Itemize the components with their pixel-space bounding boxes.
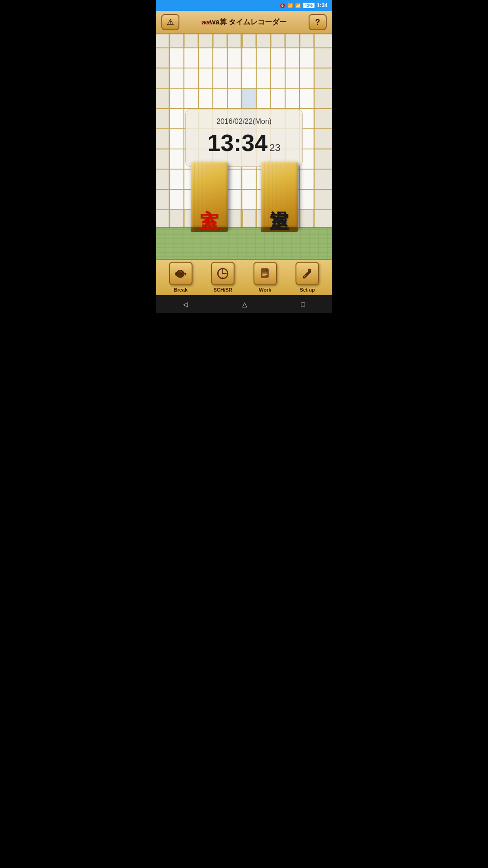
android-nav-bar: ◁ △ □ [156,295,332,313]
clock-hours-minutes: 13:34 [207,129,267,156]
work-icon-box [253,262,277,285]
svg-rect-23 [199,48,212,68]
wifi-icon: 📶 [287,3,293,8]
svg-rect-32 [184,69,198,88]
wrench-icon [301,267,314,280]
svg-rect-28 [271,48,285,68]
nav-break[interactable]: Break [169,262,192,292]
svg-rect-47 [257,89,270,108]
home-button[interactable]: △ [242,301,247,308]
svg-rect-51 [170,109,183,128]
svg-point-147 [308,269,311,272]
wa-logo: wa [202,19,210,26]
svg-rect-36 [242,69,256,88]
svg-rect-48 [271,89,285,108]
tatami-floor [156,227,332,259]
sch-sr-label: SCH/SR [213,287,232,292]
clock-time: 13:34 23 [204,129,284,156]
nav-sch-sr[interactable]: SCH/SR [211,262,235,292]
main-content: 2016/02/22(Mon) 13:34 23 [156,34,332,259]
svg-rect-45 [228,89,241,108]
stamps-area: 入室 退室 [156,162,332,232]
svg-rect-42 [184,89,198,108]
svg-rect-61 [170,129,183,149]
svg-rect-29 [286,48,299,68]
clock-date: 2016/02/22(Mon) [204,118,284,126]
svg-rect-41 [170,89,183,108]
svg-rect-26 [242,48,256,68]
break-icon [174,267,187,280]
svg-point-132 [179,270,181,271]
svg-rect-22 [184,48,198,68]
clock-display: 2016/02/22(Mon) 13:34 23 [185,109,303,167]
app-title: wawa算 タイムレコーダー [202,18,286,27]
nav-work[interactable]: Work [253,262,277,292]
enter-stamp[interactable]: 入室 [191,162,228,232]
battery-icon: 43% [303,3,314,8]
svg-rect-44 [213,89,227,108]
clock-seconds: 23 [269,142,280,154]
svg-rect-33 [199,69,212,88]
sch-sr-icon-box [211,262,235,285]
svg-rect-31 [170,69,183,88]
svg-rect-50 [300,89,314,108]
svg-rect-30 [300,48,314,68]
break-icon-box [169,262,192,285]
svg-rect-35 [228,69,241,88]
svg-rect-38 [271,69,285,88]
tatami-svg [156,227,332,259]
svg-rect-25 [228,48,241,68]
svg-rect-40 [300,69,314,88]
svg-rect-24 [213,48,227,68]
signal-icon: 📶 [295,3,300,8]
bottom-navigation: Break SCH/SR [156,259,332,295]
back-button[interactable]: ◁ [183,301,188,308]
clock-icon [216,267,229,280]
svg-rect-43 [199,89,212,108]
work-label: Work [259,287,271,292]
help-button[interactable]: ? [309,14,327,30]
setup-label: Set up [300,287,315,292]
app-name-text: wa算 タイムレコーダー [210,18,286,26]
svg-rect-34 [213,69,227,88]
recents-button[interactable]: □ [301,301,305,308]
enter-stamp-body: 入室 [191,162,228,227]
alert-button[interactable]: ⚠ [161,14,179,30]
enter-stamp-base [191,227,228,232]
setup-icon-box [296,262,319,285]
mute-icon: 🔇 [280,3,285,8]
svg-rect-27 [257,48,270,68]
exit-stamp[interactable]: 退室 [261,162,298,232]
svg-rect-39 [286,69,299,88]
svg-rect-49 [286,89,299,108]
svg-rect-46 [242,89,256,108]
svg-rect-37 [257,69,270,88]
exit-stamp-base [261,227,298,232]
title-bar: ⚠ wawa算 タイムレコーダー ? [156,11,332,34]
break-label: Break [174,287,188,292]
status-icons: 🔇 📶 📶 43% 1:34 [280,2,328,9]
document-icon [259,267,272,280]
svg-rect-21 [170,48,183,68]
status-bar: 🔇 📶 📶 43% 1:34 [156,0,332,11]
nav-setup[interactable]: Set up [296,262,319,292]
status-time: 1:34 [317,2,328,9]
help-icon: ? [315,18,320,27]
alert-icon: ⚠ [167,17,174,27]
exit-stamp-body: 退室 [261,162,298,227]
